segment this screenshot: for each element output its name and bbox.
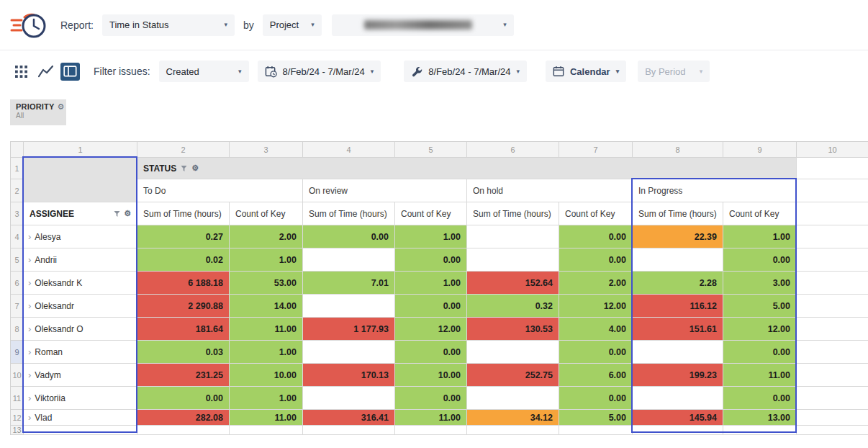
data-cell[interactable]: 11.00 <box>723 364 797 387</box>
data-cell[interactable]: 5.00 <box>723 295 797 318</box>
data-cell[interactable]: 145.94 <box>633 410 723 426</box>
data-cell[interactable]: 0.00 <box>559 225 633 248</box>
measure-header[interactable]: Sum of Time (hours) <box>137 202 230 225</box>
calendar-dropdown[interactable]: Calendar ▾ <box>546 61 626 82</box>
expand-chevron-icon[interactable]: › <box>28 347 31 357</box>
data-cell[interactable]: 11.00 <box>230 410 303 426</box>
data-cell[interactable] <box>633 387 723 410</box>
expand-chevron-icon[interactable]: › <box>28 255 31 264</box>
priority-filter[interactable]: PRIORITY ⚙ All <box>10 99 66 125</box>
data-cell[interactable]: 2.00 <box>230 225 303 248</box>
expand-chevron-icon[interactable]: › <box>28 393 31 403</box>
status-header[interactable]: STATUS⚙ <box>137 158 797 179</box>
estimation-range-dropdown[interactable]: 8/Feb/24 - 7/Mar/24 ▾ <box>404 61 527 82</box>
project-dropdown[interactable]: ▾ <box>332 14 514 36</box>
data-cell[interactable]: 4.00 <box>559 318 633 341</box>
gear-icon[interactable]: ⚙ <box>58 103 65 111</box>
gear-icon[interactable]: ⚙ <box>124 210 131 218</box>
data-cell[interactable]: 53.00 <box>230 272 303 295</box>
data-cell[interactable]: 2.00 <box>559 272 633 295</box>
data-cell[interactable]: 2 290.88 <box>137 295 230 318</box>
data-cell[interactable]: 231.25 <box>137 364 230 387</box>
measure-header[interactable]: Count of Key <box>230 202 303 225</box>
measure-header[interactable]: Sum of Time (hours) <box>467 202 559 225</box>
data-cell[interactable]: 0.27 <box>137 225 230 248</box>
data-cell[interactable]: 11.00 <box>395 410 467 426</box>
data-cell[interactable]: 11.00 <box>230 318 303 341</box>
data-cell[interactable] <box>633 341 723 364</box>
data-cell[interactable]: 0.00 <box>137 387 230 410</box>
expand-chevron-icon[interactable]: › <box>28 413 31 422</box>
data-cell[interactable] <box>303 341 395 364</box>
data-cell[interactable]: 3.00 <box>723 272 797 295</box>
assignee-cell[interactable]: ›Oleksandr O <box>24 318 137 341</box>
assignee-cell[interactable]: ›Oleksandr K <box>24 272 137 295</box>
data-cell[interactable]: 10.00 <box>395 364 467 387</box>
data-cell[interactable]: 34.12 <box>467 410 559 426</box>
data-cell[interactable]: 116.12 <box>633 295 723 318</box>
assignee-cell[interactable]: ›Andrii <box>24 248 137 272</box>
data-cell[interactable]: 1.00 <box>395 225 467 248</box>
data-cell[interactable]: 0.32 <box>467 295 559 318</box>
data-cell[interactable]: 1.00 <box>723 225 797 248</box>
data-cell[interactable]: 1.00 <box>230 341 303 364</box>
data-cell[interactable]: 0.00 <box>303 225 395 248</box>
expand-chevron-icon[interactable]: › <box>28 278 31 287</box>
grid-view-button[interactable] <box>12 63 31 81</box>
gear-icon[interactable]: ⚙ <box>191 164 199 172</box>
data-cell[interactable]: 316.41 <box>303 410 395 426</box>
data-cell[interactable]: 170.13 <box>303 364 395 387</box>
measure-header[interactable]: Sum of Time (hours) <box>633 202 723 225</box>
data-cell[interactable]: 1.00 <box>395 272 467 295</box>
data-cell[interactable]: 0.00 <box>723 341 797 364</box>
measure-header[interactable]: Count of Key <box>723 202 797 225</box>
data-cell[interactable] <box>303 387 395 410</box>
date-range-dropdown[interactable]: 8/Feb/24 - 7/Mar/24 ▾ <box>258 61 381 82</box>
data-cell[interactable] <box>633 248 723 272</box>
data-cell[interactable]: 14.00 <box>230 295 303 318</box>
data-cell[interactable]: 1 177.93 <box>303 318 395 341</box>
group-by-dropdown[interactable]: Project ▾ <box>263 14 322 36</box>
data-cell[interactable] <box>303 295 395 318</box>
data-cell[interactable]: 152.64 <box>467 272 559 295</box>
measure-header[interactable]: Sum of Time (hours) <box>303 202 395 225</box>
data-cell[interactable]: 130.53 <box>467 318 559 341</box>
data-cell[interactable]: 252.75 <box>467 364 559 387</box>
expand-chevron-icon[interactable]: › <box>28 232 31 241</box>
status-group-in-progress[interactable]: In Progress <box>633 179 797 202</box>
assignee-cell[interactable]: ›Roman <box>24 341 137 364</box>
data-cell[interactable]: 10.00 <box>230 364 303 387</box>
data-cell[interactable] <box>467 225 559 248</box>
data-cell[interactable]: 12.00 <box>395 318 467 341</box>
chart-view-button[interactable] <box>36 63 55 81</box>
expand-chevron-icon[interactable]: › <box>28 370 31 380</box>
data-cell[interactable]: 0.00 <box>723 248 797 272</box>
data-cell[interactable]: 0.00 <box>395 248 467 272</box>
assignee-cell[interactable]: ›Viktoriia <box>24 387 137 410</box>
data-cell[interactable]: 0.00 <box>395 341 467 364</box>
data-cell[interactable]: 5.00 <box>559 410 633 426</box>
assignee-cell[interactable]: ›Vlad <box>24 410 137 426</box>
assignee-cell[interactable]: ›Oleksandr <box>24 295 137 318</box>
data-cell[interactable]: 199.23 <box>633 364 723 387</box>
data-cell[interactable]: 0.00 <box>395 387 467 410</box>
table-view-button[interactable] <box>60 63 80 81</box>
data-cell[interactable]: 0.03 <box>137 341 230 364</box>
data-cell[interactable]: 282.08 <box>137 410 230 426</box>
data-cell[interactable]: 22.39 <box>633 225 723 248</box>
data-cell[interactable]: 13.00 <box>723 410 797 426</box>
data-cell[interactable]: 0.00 <box>559 387 633 410</box>
status-group-on-hold[interactable]: On hold <box>467 179 633 202</box>
data-cell[interactable]: 1.00 <box>230 387 303 410</box>
data-cell[interactable]: 181.64 <box>137 318 230 341</box>
report-type-dropdown[interactable]: Time in Status ▾ <box>102 14 235 36</box>
data-cell[interactable]: 7.01 <box>303 272 395 295</box>
expand-chevron-icon[interactable]: › <box>28 301 31 310</box>
data-cell[interactable]: 0.02 <box>137 248 230 272</box>
data-cell[interactable]: 6 188.18 <box>137 272 230 295</box>
data-cell[interactable] <box>467 341 559 364</box>
data-cell[interactable]: 0.00 <box>723 387 797 410</box>
data-cell[interactable]: 12.00 <box>559 295 633 318</box>
data-cell[interactable] <box>467 387 559 410</box>
expand-chevron-icon[interactable]: › <box>28 324 31 333</box>
